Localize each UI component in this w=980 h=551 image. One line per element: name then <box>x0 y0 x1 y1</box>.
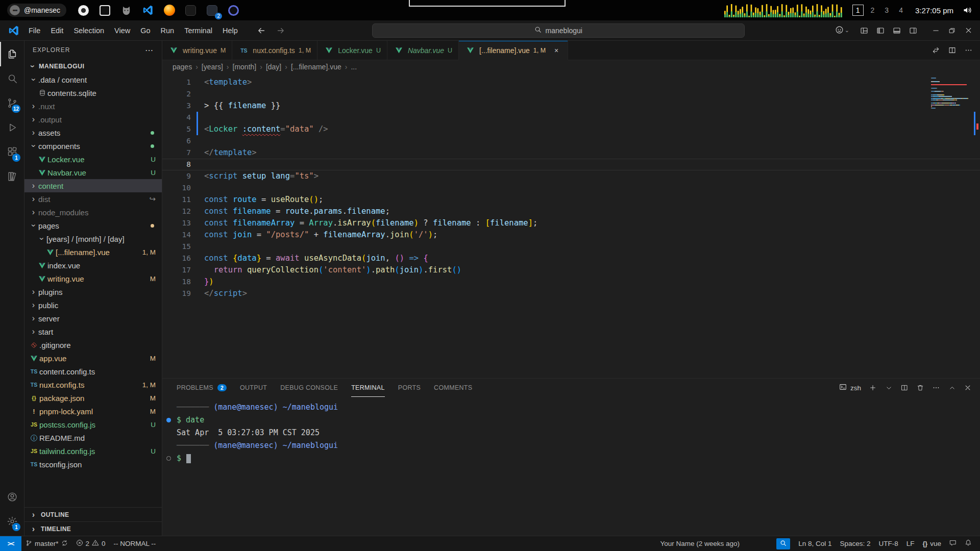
code-line-9[interactable]: 9<script setup lang="ts"> <box>162 170 980 182</box>
tree-item-pnpm-lock-yaml[interactable]: !pnpm-lock.yamlM <box>24 405 162 418</box>
zoom-indicator[interactable] <box>776 538 790 549</box>
code-line-8[interactable]: 8 <box>162 159 980 170</box>
toggle-sidebar-right-icon[interactable] <box>905 23 921 37</box>
code-line-3[interactable]: 3> {{ filename }} <box>162 100 980 112</box>
encoding[interactable]: UTF-8 <box>874 536 902 551</box>
panel-tab-output[interactable]: OUTPUT <box>240 379 267 397</box>
code-line-5[interactable]: 5<Locker :content="data" /> <box>162 123 980 135</box>
project-root[interactable]: › MANEBLOGUI <box>24 59 162 73</box>
tree-item-filename-vue[interactable]: [...filename].vue1, M <box>24 245 162 259</box>
tab-writing-vue[interactable]: writing.vueM <box>162 41 232 60</box>
tree-item-package-json[interactable]: {}package.jsonM <box>24 391 162 405</box>
activity-run-debug[interactable] <box>0 115 24 140</box>
tree-item-readme-md[interactable]: iREADME.md <box>24 431 162 444</box>
indentation[interactable]: Spaces: 2 <box>836 536 874 551</box>
new-terminal-icon[interactable] <box>867 382 879 394</box>
tree-item-start[interactable]: ›start <box>24 325 162 338</box>
more-actions-icon[interactable]: ⋯ <box>145 45 154 55</box>
activity-accounts[interactable] <box>0 485 24 509</box>
breadcrumb-item-month[interactable]: [month] <box>233 63 257 71</box>
panel-tab-debug-console[interactable]: DEBUG CONSOLE <box>280 379 338 397</box>
breadcrumb-item-pages[interactable]: pages <box>173 63 192 71</box>
tree-item-years-month-day[interactable]: ›[years] / [month] / [day] <box>24 232 162 245</box>
tree-item-public[interactable]: ›public <box>24 298 162 312</box>
activity-explorer[interactable] <box>0 42 24 66</box>
copilot-menu[interactable]: ⌄ <box>835 26 849 36</box>
eol[interactable]: LF <box>902 536 919 551</box>
breadcrumb-item-day[interactable]: [day] <box>266 63 281 71</box>
close-tab-icon[interactable]: × <box>551 45 561 56</box>
code-line-15[interactable]: 15 <box>162 241 980 253</box>
code-line-6[interactable]: 6 <box>162 135 980 147</box>
maximize-panel-icon[interactable] <box>946 382 958 394</box>
tree-item-output[interactable]: ›.output <box>24 113 162 126</box>
tree-item-pages[interactable]: ›pages <box>24 219 162 232</box>
close-window-icon[interactable] <box>961 23 976 37</box>
volume-icon[interactable] <box>963 5 973 15</box>
menu-help[interactable]: Help <box>217 24 243 37</box>
workspace-2[interactable]: 2 <box>868 5 878 15</box>
tree-item-tailwind-config-js[interactable]: JStailwind.config.jsU <box>24 444 162 458</box>
breadcrumb-item-item[interactable]: ... <box>351 63 357 71</box>
branch-indicator[interactable]: master* <box>21 536 72 551</box>
code-line-11[interactable]: 11const route = useRoute(); <box>162 194 980 206</box>
tree-item-content-config-ts[interactable]: TScontent.config.ts <box>24 365 162 378</box>
more-actions-icon[interactable] <box>962 44 975 57</box>
tab-filename-vue[interactable]: [...filename].vue1, M× <box>459 41 568 60</box>
section-timeline[interactable]: ›TIMELINE <box>24 521 162 536</box>
code-line-4[interactable]: 4 <box>162 112 980 123</box>
feedback[interactable] <box>945 536 961 551</box>
code-line-18[interactable]: 18}) <box>162 276 980 288</box>
code-line-10[interactable]: 10 <box>162 182 980 194</box>
code-line-1[interactable]: 1<template> <box>162 77 980 88</box>
open-changes-icon[interactable] <box>929 44 942 57</box>
kill-terminal-icon[interactable] <box>914 382 926 394</box>
tree-item-writing-vue[interactable]: writing.vueM <box>24 272 162 285</box>
workspace-4[interactable]: 4 <box>896 5 906 15</box>
remote-indicator[interactable]: >< <box>0 536 21 551</box>
tree-item-tsconfig-json[interactable]: TStsconfig.json <box>24 458 162 471</box>
tree-item-locker-vue[interactable]: Locker.vueU <box>24 153 162 166</box>
tree-item-postcss-config-js[interactable]: JSpostcss.config.jsU <box>24 418 162 431</box>
cursor-position[interactable]: Ln 8, Col 1 <box>794 536 836 551</box>
tree-item-nuxt-config-ts[interactable]: TSnuxt.config.ts1, M <box>24 378 162 391</box>
back-icon[interactable] <box>254 24 268 37</box>
split-editor-icon[interactable] <box>945 44 959 57</box>
panel-tab-problems[interactable]: PROBLEMS2 <box>177 379 227 397</box>
panel-tab-ports[interactable]: PORTS <box>398 379 421 397</box>
music-player-icon[interactable] <box>227 4 240 17</box>
git-blame[interactable]: Your Name (2 weeks ago) <box>656 536 744 551</box>
breadcrumb-item-years[interactable]: [years] <box>202 63 223 71</box>
tab-navbar-vue[interactable]: Navbar.vueU <box>387 41 459 60</box>
more-actions-icon[interactable] <box>930 382 942 394</box>
tab-nuxt-config-ts[interactable]: TSnuxt.config.ts1, M <box>232 41 317 60</box>
activity-settings[interactable]: 1 <box>0 509 24 534</box>
tree-item-index-vue[interactable]: index.vue <box>24 259 162 272</box>
breadcrumb-item-filename-vue[interactable]: [...filename].vue <box>291 63 341 71</box>
launcher-icon[interactable] <box>77 4 90 17</box>
menu-edit[interactable]: Edit <box>45 24 68 37</box>
messenger-icon[interactable]: 2 <box>205 4 219 17</box>
tree-item-navbar-vue[interactable]: Navbar.vueU <box>24 166 162 179</box>
terminal-shell-label[interactable]: zsh <box>839 383 861 392</box>
problems-indicator[interactable]: 2 0 <box>72 536 110 551</box>
close-panel-icon[interactable] <box>962 382 974 394</box>
toggle-sidebar-left-icon[interactable] <box>873 23 888 37</box>
tree-item-dist[interactable]: ›dist↪ <box>24 192 162 206</box>
tree-item-data-content[interactable]: ›.data / content <box>24 73 162 86</box>
minimap[interactable] <box>931 78 972 110</box>
activity-extensions[interactable]: 1 <box>0 140 24 164</box>
activity-library[interactable] <box>0 164 24 189</box>
tree-item-app-vue[interactable]: app.vueM <box>24 352 162 365</box>
menu-file[interactable]: File <box>23 24 45 37</box>
code-line-19[interactable]: 19</script> <box>162 288 980 299</box>
panel-tab-comments[interactable]: COMMENTS <box>434 379 472 397</box>
code-line-17[interactable]: 17 return queryCollection('content').pat… <box>162 264 980 276</box>
code-line-16[interactable]: 16const {data} = await useAsyncData(join… <box>162 253 980 264</box>
toggle-panel-icon[interactable] <box>889 23 904 37</box>
menu-terminal[interactable]: Terminal <box>179 24 217 37</box>
session-menu[interactable]: ••• @manesec <box>7 4 66 17</box>
terminal-output[interactable]: ─────── (mane@manesec) ~/maneblogui$ dat… <box>162 397 980 536</box>
tree-item-node-modules[interactable]: ›node_modules <box>24 206 162 219</box>
forward-icon[interactable] <box>274 24 288 37</box>
